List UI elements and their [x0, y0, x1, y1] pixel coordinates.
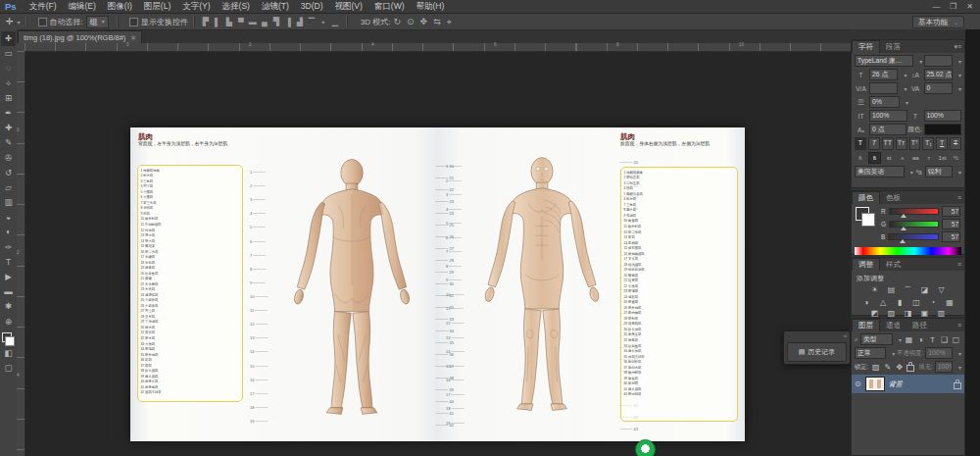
- panel-tab[interactable]: 段落: [880, 41, 906, 53]
- workspace-switcher-button[interactable]: 基本功能 ⌄: [912, 16, 964, 28]
- 3d-rotate-icon[interactable]: ↻: [393, 17, 401, 26]
- crop-tool[interactable]: ⊞: [1, 91, 16, 106]
- text-color-swatch[interactable]: [924, 124, 961, 135]
- panel-tab[interactable]: 调整: [852, 258, 880, 271]
- path-selection-tool[interactable]: ▶: [1, 270, 16, 284]
- panel-tab[interactable]: 图层: [852, 319, 880, 331]
- minimize-button[interactable]: —: [928, 0, 945, 13]
- blur-tool[interactable]: ◒: [1, 210, 16, 225]
- hue-saturation-icon[interactable]: ◑: [861, 298, 872, 307]
- 3d-roll-icon[interactable]: ⊙: [407, 17, 415, 26]
- font-size-input[interactable]: 26 点: [869, 69, 898, 80]
- panel-tab[interactable]: 通道: [880, 320, 906, 331]
- menu-item[interactable]: 窗口(W): [368, 1, 411, 11]
- chevron-down-icon[interactable]: ▾: [910, 169, 913, 176]
- font-family-select[interactable]: TypeLand 康…: [855, 55, 913, 67]
- layer-visibility-eye-icon[interactable]: ⊙: [855, 380, 861, 388]
- filter-shape-icon[interactable]: ❏: [939, 335, 950, 344]
- swash-icon[interactable]: ᴀ: [897, 153, 908, 163]
- discretionary-ligatures-icon[interactable]: st: [883, 153, 895, 163]
- tracking-input[interactable]: 0: [924, 82, 953, 94]
- layer-thumbnail[interactable]: [865, 377, 885, 391]
- stylistic-alternates-icon[interactable]: aa: [910, 153, 922, 163]
- menu-item[interactable]: 视图(V): [328, 1, 368, 11]
- chevron-down-icon[interactable]: ▾: [958, 85, 961, 92]
- chevron-down-icon[interactable]: ▾: [958, 169, 961, 176]
- menu-item[interactable]: 3D(D): [295, 1, 329, 11]
- contextual-alternates-icon[interactable]: ſt: [868, 152, 882, 164]
- vertical-ruler[interactable]: 024: [17, 51, 25, 456]
- distribute-hcenter-icon[interactable]: ▪: [318, 18, 327, 26]
- distribute-bottom-icon[interactable]: ▟: [295, 18, 304, 26]
- 3d-zoom-icon[interactable]: ⌖: [447, 17, 452, 26]
- panel-tab[interactable]: 字符: [852, 40, 880, 53]
- quick-mask-button[interactable]: ◧: [1, 346, 16, 361]
- panel-tab[interactable]: 样式: [880, 259, 906, 271]
- canvas-pasteboard[interactable]: 肌肉 背面观，左半身为浅层肌，右半身为深层肌 1 枕额肌枕腹2 斜方肌3 三角肌…: [17, 43, 851, 456]
- vertical-scale-input[interactable]: 100%: [869, 110, 907, 122]
- lock-image-icon[interactable]: ✎: [882, 363, 893, 372]
- filter-adjustment-icon[interactable]: ◑: [915, 335, 926, 344]
- distribute-top-icon[interactable]: ▜: [271, 18, 280, 26]
- align-bottom-edges-icon[interactable]: ▄: [260, 18, 269, 26]
- language-select[interactable]: 美国英语: [855, 166, 905, 177]
- titling-alternates-icon[interactable]: ᴛ: [923, 153, 935, 163]
- chevron-down-icon[interactable]: ▾: [906, 99, 908, 106]
- blend-mode-select[interactable]: 正常: [855, 347, 886, 359]
- filter-type-icon[interactable]: T: [927, 335, 938, 344]
- horizontal-ruler[interactable]: 0246810: [24, 43, 851, 52]
- chevron-down-icon[interactable]: ▾: [958, 350, 961, 357]
- healing-brush-tool[interactable]: ✚: [1, 121, 16, 135]
- all-caps-icon[interactable]: TT: [882, 137, 894, 150]
- leading-input[interactable]: 25.02 点: [924, 69, 953, 80]
- brush-tool[interactable]: ✎: [1, 135, 16, 150]
- restore-button[interactable]: ❐: [945, 0, 961, 13]
- gradient-map-icon[interactable]: ▣: [919, 309, 930, 318]
- invert-icon[interactable]: ◩: [869, 309, 880, 318]
- font-style-select[interactable]: [924, 55, 953, 67]
- panel-menu-icon[interactable]: ≡: [957, 261, 961, 268]
- faux-italic-icon[interactable]: T: [868, 137, 880, 150]
- menu-item[interactable]: 选择(S): [217, 1, 256, 11]
- green-value[interactable]: 57: [942, 219, 960, 229]
- channel-mixer-icon[interactable]: ◔: [928, 298, 939, 307]
- layer-filter-select[interactable]: 类型: [860, 333, 893, 345]
- panel-tab[interactable]: 颜色: [852, 191, 880, 204]
- filter-smartobject-icon[interactable]: ▢: [951, 335, 961, 344]
- selective-color-icon[interactable]: ▥: [936, 309, 947, 318]
- align-right-edges-icon[interactable]: ▙: [224, 18, 233, 26]
- shape-tool[interactable]: ▬: [1, 284, 16, 299]
- chevron-down-icon[interactable]: ▾: [958, 58, 961, 65]
- opacity-input[interactable]: 100%: [925, 347, 953, 359]
- 3d-pan-icon[interactable]: ✥: [420, 17, 428, 26]
- green-slider[interactable]: [889, 221, 939, 228]
- proportional-spacing-input[interactable]: 0%: [869, 96, 900, 108]
- panel-menu-icon[interactable]: ≡: [957, 194, 961, 201]
- fractions-icon[interactable]: ½: [950, 153, 961, 163]
- baseline-shift-input[interactable]: 0 点: [869, 124, 906, 135]
- quick-selection-tool[interactable]: ✧: [1, 76, 16, 91]
- chevron-down-icon[interactable]: ▾: [958, 72, 961, 78]
- lock-all-icon[interactable]: [906, 365, 914, 372]
- auto-select-dropdown[interactable]: 组 ▾: [86, 16, 109, 28]
- move-tool[interactable]: ✛: [1, 31, 16, 46]
- menu-item[interactable]: 帮助(H): [411, 1, 451, 11]
- align-vcenter-icon[interactable]: ▬: [248, 18, 257, 26]
- menu-item[interactable]: 滤镜(T): [256, 1, 295, 11]
- type-tool[interactable]: T: [1, 255, 16, 270]
- lasso-tool[interactable]: ◌: [1, 61, 16, 76]
- kerning-input[interactable]: [869, 82, 898, 94]
- vibrance-icon[interactable]: ▽: [936, 285, 947, 296]
- chevron-down-icon[interactable]: ▾: [899, 336, 902, 343]
- chevron-down-icon[interactable]: ▾: [904, 72, 906, 78]
- eyedropper-tool[interactable]: ✒: [1, 106, 16, 121]
- curves-icon[interactable]: ⌒: [903, 285, 913, 296]
- photo-filter-icon[interactable]: ◫: [911, 298, 922, 307]
- auto-select-checkbox[interactable]: [38, 18, 47, 26]
- filter-pixel-icon[interactable]: ▦: [904, 335, 914, 344]
- strikethrough-icon[interactable]: T: [950, 137, 961, 150]
- panel-menu-icon[interactable]: ▾≡: [954, 43, 961, 51]
- clone-stamp-tool[interactable]: ✇: [1, 151, 16, 166]
- layer-row-background[interactable]: ⊙ 背景: [852, 375, 964, 393]
- color-swatches[interactable]: [2, 332, 15, 346]
